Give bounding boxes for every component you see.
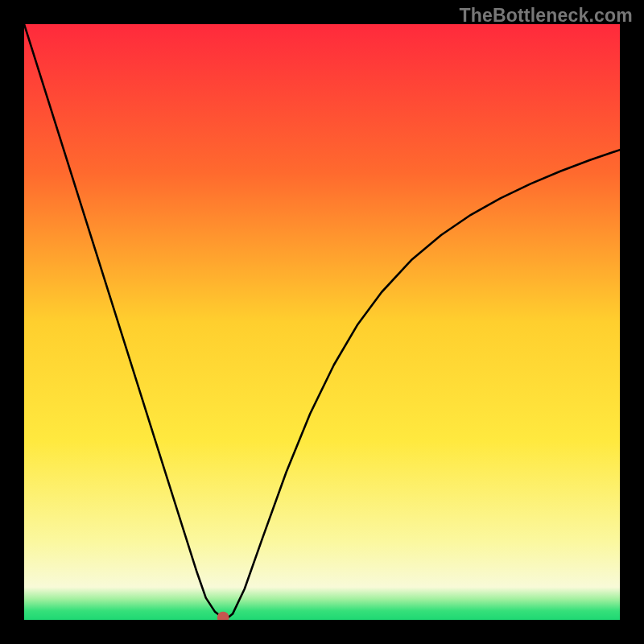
chart-svg [24,24,620,620]
watermark-label: TheBottleneck.com [459,5,633,27]
chart-frame: TheBottleneck.com [0,0,644,644]
plot-area [24,24,620,620]
gradient-background [24,24,620,620]
